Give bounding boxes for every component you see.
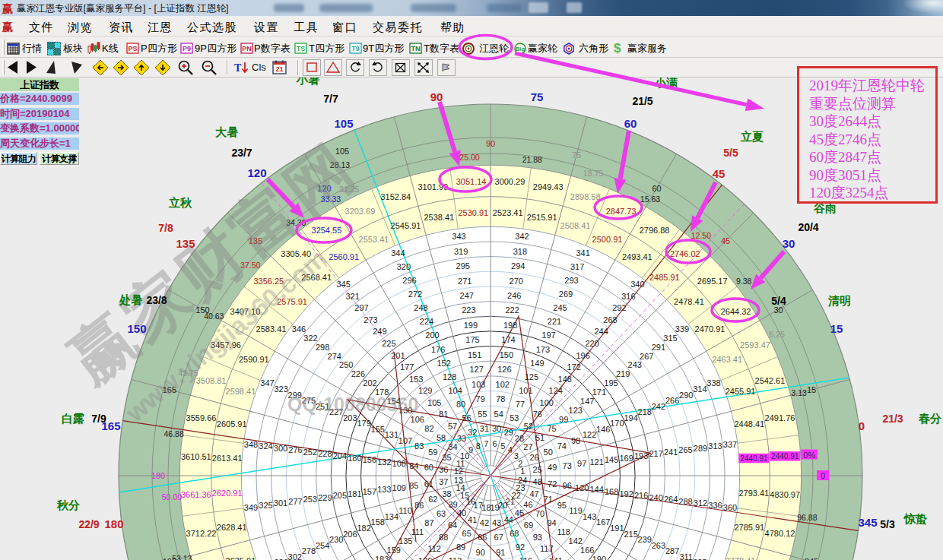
svg-text:白露: 白露 — [62, 412, 84, 425]
svg-text:立夏: 立夏 — [740, 130, 764, 143]
svg-text:3.13: 3.13 — [791, 388, 807, 397]
svg-text:30: 30 — [492, 424, 501, 433]
svg-text:P9: P9 — [183, 45, 191, 52]
svg-text:250: 250 — [339, 360, 353, 369]
svg-text:81: 81 — [439, 410, 448, 419]
svg-text:301: 301 — [274, 498, 287, 508]
svg-text:23: 23 — [516, 483, 525, 492]
svg-text:2746.02: 2746.02 — [670, 249, 700, 258]
svg-text:166: 166 — [580, 546, 594, 555]
svg-text:Big: Big — [516, 46, 525, 52]
svg-text:324: 324 — [259, 441, 272, 451]
svg-text:345: 345 — [858, 516, 877, 529]
svg-text:220: 220 — [585, 339, 599, 348]
svg-text:36: 36 — [439, 465, 448, 474]
svg-text:45: 45 — [713, 167, 726, 180]
svg-text:2847.73: 2847.73 — [606, 207, 637, 216]
svg-text:145: 145 — [605, 455, 618, 464]
svg-text:180: 180 — [104, 517, 123, 530]
svg-text:12: 12 — [454, 467, 463, 476]
svg-text:3051.14: 3051.14 — [456, 177, 487, 186]
svg-text:148: 148 — [558, 375, 572, 384]
svg-text:277: 277 — [288, 497, 302, 506]
svg-text:102: 102 — [496, 380, 510, 389]
svg-text:2545.91: 2545.91 — [391, 221, 421, 230]
svg-text:108: 108 — [392, 459, 406, 468]
svg-text:91: 91 — [496, 548, 505, 557]
svg-text:42: 42 — [480, 518, 489, 527]
svg-text:67: 67 — [494, 533, 503, 542]
svg-text:2796.88: 2796.88 — [640, 226, 670, 235]
svg-text:70: 70 — [535, 509, 545, 518]
svg-text:清明: 清明 — [827, 294, 851, 307]
svg-text:295: 295 — [456, 261, 470, 271]
svg-text:25: 25 — [533, 465, 542, 474]
svg-text:2635.91: 2635.91 — [226, 556, 256, 560]
svg-text:2628.41: 2628.41 — [217, 523, 247, 532]
svg-text:51: 51 — [535, 433, 545, 442]
svg-text:113: 113 — [449, 556, 462, 560]
svg-text:6: 6 — [493, 439, 497, 448]
svg-text:4830.97: 4830.97 — [770, 490, 800, 499]
svg-text:197: 197 — [541, 331, 555, 340]
svg-text:198: 198 — [503, 321, 517, 330]
svg-text:3712.22: 3712.22 — [186, 529, 217, 538]
svg-text:29: 29 — [504, 428, 513, 437]
svg-text:79: 79 — [476, 394, 485, 403]
svg-text:245: 245 — [553, 303, 567, 312]
svg-text:76: 76 — [533, 410, 542, 419]
svg-text:2440.91: 2440.91 — [740, 454, 768, 463]
svg-text:38: 38 — [442, 489, 451, 498]
svg-text:2523.41: 2523.41 — [493, 208, 523, 217]
svg-text:2613.41: 2613.41 — [212, 454, 243, 463]
svg-text:109: 109 — [392, 483, 406, 492]
svg-text:119: 119 — [569, 506, 583, 515]
svg-text:8: 8 — [476, 441, 481, 451]
svg-text:12.50: 12.50 — [691, 231, 711, 240]
svg-text:86: 86 — [414, 501, 424, 510]
svg-text:2478.41: 2478.41 — [674, 297, 704, 306]
svg-text:182: 182 — [357, 524, 370, 533]
svg-text:60: 60 — [652, 184, 661, 193]
svg-text:2470.91: 2470.91 — [695, 324, 726, 334]
svg-text:129: 129 — [418, 386, 432, 395]
svg-text:80: 80 — [456, 400, 465, 409]
svg-text:62: 62 — [428, 495, 437, 504]
svg-text:168: 168 — [605, 487, 618, 496]
svg-text:3661.36: 3661.36 — [181, 490, 211, 499]
svg-text:246: 246 — [507, 291, 521, 300]
svg-text:2508.41: 2508.41 — [560, 221, 591, 230]
svg-text:218: 218 — [638, 407, 652, 416]
svg-text:293: 293 — [564, 276, 578, 285]
svg-text:40: 40 — [457, 508, 466, 517]
svg-text:131: 131 — [385, 430, 398, 439]
svg-text:150: 150 — [127, 322, 146, 335]
svg-text:340: 340 — [630, 280, 644, 289]
svg-text:271: 271 — [458, 277, 472, 286]
svg-text:339: 339 — [675, 324, 689, 334]
svg-text:296: 296 — [402, 276, 416, 285]
svg-text:346: 346 — [292, 324, 306, 334]
svg-text:204: 204 — [333, 451, 347, 460]
svg-text:94: 94 — [547, 518, 556, 527]
svg-text:242: 242 — [652, 402, 665, 411]
svg-text:149: 149 — [530, 359, 544, 368]
svg-text:142: 142 — [569, 536, 583, 546]
svg-text:252: 252 — [303, 448, 317, 457]
svg-text:72: 72 — [548, 479, 557, 489]
svg-text:100: 100 — [540, 398, 554, 407]
svg-text:126: 126 — [497, 365, 511, 374]
svg-text:289: 289 — [694, 444, 707, 453]
svg-text:41: 41 — [468, 515, 477, 524]
svg-text:2493.41: 2493.41 — [622, 252, 652, 261]
svg-text:TN: TN — [411, 45, 421, 52]
svg-text:18.75: 18.75 — [583, 169, 603, 178]
svg-text:110: 110 — [398, 506, 412, 515]
svg-text:320: 320 — [397, 262, 411, 271]
svg-text:2620.91: 2620.91 — [212, 489, 243, 498]
svg-text:325: 325 — [259, 501, 272, 510]
svg-text:2583.41: 2583.41 — [256, 324, 287, 334]
svg-text:322: 322 — [303, 334, 317, 343]
svg-text:2542.61: 2542.61 — [755, 376, 786, 385]
svg-text:32: 32 — [468, 428, 477, 437]
